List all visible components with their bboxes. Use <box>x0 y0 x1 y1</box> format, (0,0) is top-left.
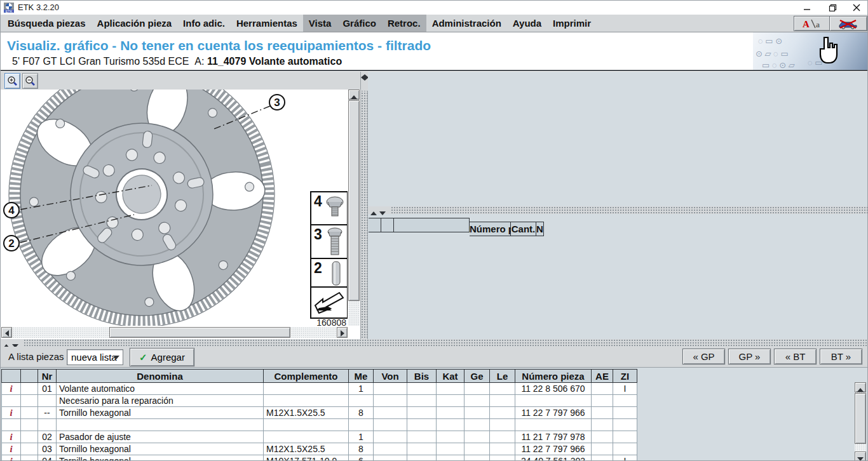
add-button[interactable]: ✓Agregar <box>130 348 194 366</box>
callout-2[interactable]: 2 <box>3 235 20 251</box>
nav-button[interactable]: GP » <box>728 349 771 364</box>
menu-item[interactable]: Imprimir <box>547 15 597 32</box>
scroll-left-button[interactable] <box>1 327 12 338</box>
zi-cell: I <box>613 383 637 395</box>
col-denomina[interactable]: Denomina <box>57 370 264 383</box>
col-numero-pieza[interactable]: Número pieza <box>515 370 592 383</box>
col-kat[interactable]: Kat <box>437 370 465 383</box>
table-row[interactable]: Necesario para la reparación <box>2 395 637 407</box>
selection-column-header[interactable]: Número pieza <box>470 222 511 236</box>
menu-item[interactable]: Info adic. <box>177 15 231 32</box>
scroll-thumb[interactable] <box>855 393 866 444</box>
col-ae[interactable]: AE <box>592 370 613 383</box>
select-cell[interactable] <box>21 407 38 419</box>
select-cell[interactable] <box>21 443 38 455</box>
select-cell[interactable] <box>21 395 38 407</box>
col-complemento[interactable]: Complemento <box>264 370 349 383</box>
nav-button[interactable]: « GP <box>682 349 725 364</box>
selection-column-header[interactable]: Cant. <box>511 222 536 236</box>
select-cell[interactable] <box>21 431 38 443</box>
parts-table-scrollbar[interactable] <box>855 382 866 461</box>
col-von[interactable]: Von <box>374 370 407 383</box>
table-row[interactable]: i 04 Tornillo hexagonal M10X17,571-10.9 … <box>2 455 637 461</box>
col-zi[interactable]: ZI <box>613 370 637 383</box>
callout-4[interactable]: 4 <box>3 202 20 218</box>
col-nr[interactable]: Nr <box>38 370 57 383</box>
col-bis[interactable]: Bis <box>407 370 437 383</box>
scroll-up-button[interactable] <box>348 90 360 100</box>
kat-cell <box>437 443 465 455</box>
table-row[interactable]: i -- Tornillo hexagonal M12X1.5X25.5 8 1… <box>2 407 637 419</box>
col-le[interactable]: Le <box>490 370 515 383</box>
me-cell: 8 <box>349 443 374 455</box>
restore-button[interactable] <box>822 1 843 15</box>
selection-table-header: Número piezaCant.N <box>369 218 544 232</box>
col-info[interactable] <box>2 370 21 383</box>
bis-cell <box>407 395 437 407</box>
horizontal-splitter[interactable] <box>1 339 868 347</box>
info-icon[interactable]: i <box>2 383 21 395</box>
zoom-out-button[interactable] <box>22 73 38 89</box>
legend-item-4[interactable]: 4 <box>311 192 347 225</box>
close-button[interactable] <box>846 1 867 15</box>
flange-bolt-icon <box>324 194 346 224</box>
legend-item-3[interactable]: 3 <box>311 225 347 259</box>
scroll-thumb[interactable] <box>109 327 290 338</box>
info-icon[interactable] <box>2 419 21 431</box>
col-select[interactable] <box>21 370 38 383</box>
parts-list-dropdown[interactable]: nueva lista <box>67 349 123 365</box>
ge-cell <box>465 443 490 455</box>
selection-splitter[interactable] <box>368 206 868 214</box>
selection-column-header[interactable] <box>394 218 470 232</box>
select-cell[interactable] <box>21 383 38 395</box>
menu-item[interactable]: Búsqueda piezas <box>2 15 92 32</box>
graphic-vertical-scrollbar[interactable] <box>348 90 360 326</box>
table-row[interactable] <box>2 419 637 431</box>
menu-item[interactable]: Herramientas <box>231 15 303 32</box>
info-icon[interactable]: i <box>2 443 21 455</box>
scroll-up-button[interactable] <box>855 382 866 392</box>
select-cell[interactable] <box>21 419 38 431</box>
menu-item[interactable]: Ayuda <box>507 15 547 32</box>
info-icon[interactable]: i <box>2 455 21 461</box>
table-row[interactable]: i 02 Pasador de ajuste 1 11 21 7 797 978 <box>2 431 637 443</box>
zoom-in-button[interactable] <box>4 73 20 89</box>
numero-pieza-cell <box>515 419 592 431</box>
info-icon[interactable]: i <box>2 431 21 443</box>
von-cell <box>374 395 407 407</box>
numero-pieza-cell: 11 22 7 797 966 <box>515 407 592 419</box>
menu-item-highlighted[interactable]: Vista <box>303 15 337 32</box>
info-icon[interactable] <box>2 395 21 407</box>
col-me[interactable]: Me <box>349 370 374 383</box>
hide-vehicle-button[interactable] <box>829 16 867 31</box>
selection-column-header[interactable] <box>369 218 381 232</box>
scroll-right-button[interactable] <box>337 327 348 338</box>
callout-3[interactable]: 3 <box>269 94 285 110</box>
select-cell[interactable] <box>21 455 38 461</box>
minimize-button[interactable] <box>796 1 818 15</box>
nav-button[interactable]: « BT <box>774 349 817 364</box>
collapse-up-icon[interactable] <box>370 211 377 215</box>
legend-item-arrow[interactable] <box>311 288 347 317</box>
legend-item-2[interactable]: 2 <box>311 259 347 288</box>
info-icon[interactable]: i <box>2 407 21 419</box>
vertical-splitter[interactable] <box>360 72 368 339</box>
menu-item[interactable]: Administración <box>426 15 507 32</box>
scroll-thumb[interactable] <box>348 100 360 301</box>
menu-item-highlighted[interactable]: Gráfico <box>337 15 382 32</box>
table-row[interactable]: i 03 Tornillo hexagonal M12X1.5X25.5 8 1… <box>2 443 637 455</box>
col-ge[interactable]: Ge <box>465 370 490 383</box>
svg-text:a: a <box>816 20 820 29</box>
scroll-down-button[interactable] <box>855 451 866 461</box>
nav-button[interactable]: BT » <box>820 349 862 364</box>
part-diagram[interactable]: 3 4 2 4 3 2 <box>1 90 348 326</box>
table-row[interactable]: i 01 Volante automatico 1 11 22 8 506 67… <box>2 383 637 395</box>
font-size-toggle-button[interactable]: Aa <box>794 16 832 31</box>
menu-item-highlighted[interactable]: Retroc. <box>382 15 426 32</box>
direction-arrow-icon <box>313 289 346 316</box>
graphic-horizontal-scrollbar[interactable] <box>1 327 348 338</box>
selection-column-header[interactable] <box>381 218 394 232</box>
collapse-down-icon[interactable] <box>379 211 386 215</box>
menu-item[interactable]: Aplicación pieza <box>92 15 178 32</box>
selection-column-header[interactable]: N <box>536 222 544 236</box>
